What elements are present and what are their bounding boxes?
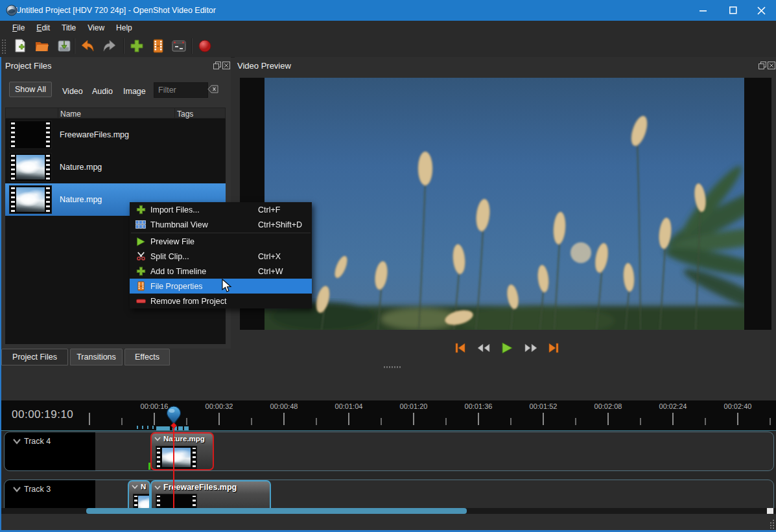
toolbar-separator [191,38,192,54]
ruler-label: 00:01:04 [329,402,368,410]
ruler-label: 00:00:32 [200,402,239,410]
menu-edit[interactable]: Edit [30,22,56,34]
context-menu-item-import-files[interactable]: Import Files...Ctrl+F [130,202,312,217]
close-panel-icon[interactable] [222,62,230,71]
context-menu-item-thumbnail-view[interactable]: Thumbnail ViewCtrl+Shift+D [130,217,312,232]
file-context-menu: Import Files...Ctrl+F Thumbnail ViewCtrl… [130,202,312,308]
choose-profile-button[interactable] [150,38,167,54]
ruler-label: 00:02:24 [653,402,692,410]
timeline-clip[interactable]: FreewareFiles.mpg [150,480,271,508]
main-toolbar [0,34,776,58]
new-project-button[interactable] [12,38,29,54]
export-video-button[interactable] [196,38,213,54]
chevron-down-icon[interactable] [12,437,21,446]
column-divider [58,108,58,118]
open-project-button[interactable] [34,38,51,54]
filter-video-tab[interactable]: Video [57,84,88,98]
filter-image-tab[interactable]: Image [118,84,151,98]
timeline-clip-partial[interactable]: N [128,480,150,508]
timeline-clip-selected[interactable]: Nature.mpg [150,432,214,470]
context-menu-item-preview-file[interactable]: Preview File [130,234,312,249]
file-thumbnail-film-icon [9,121,52,149]
ruler-label: 00:02:08 [589,402,628,410]
video-preview-panel-title: Video Preview [237,61,291,71]
clip-thumbnail-film-icon [156,446,197,469]
column-tags[interactable]: Tags [177,110,193,119]
context-menu-separator [131,233,311,233]
float-panel-icon[interactable] [213,62,221,71]
window-border [0,57,1,532]
close-panel-icon[interactable] [768,62,775,71]
plus-icon [135,266,147,277]
ruler-label: 00:02:40 [718,402,757,410]
ruler-clip-mark [147,426,148,429]
clip-audio-indicator [148,463,150,470]
jump-end-button[interactable] [548,343,559,355]
window-title: Untitled Project [HDV 720 24p] - OpenSho… [16,6,216,15]
tab-effects[interactable]: Effects [124,349,170,365]
file-name: Nature.mpg [60,163,102,172]
timeline-hscroll-thumb[interactable] [86,508,467,514]
menu-title[interactable]: Title [56,22,82,34]
project-files-panel-title: Project Files [5,61,52,71]
title-bar: Untitled Project [HDV 720 24p] - OpenSho… [0,0,776,21]
close-button[interactable] [746,0,776,21]
playhead-line [173,427,174,508]
track-row: Track 3 [4,480,774,508]
playhead-marker[interactable] [165,406,183,430]
menu-file[interactable]: File [6,22,30,34]
grid-icon [135,220,147,230]
menu-help[interactable]: Help [110,22,138,34]
timeline-ruler[interactable]: 00:00:19:10 00:00:16 00:00:32 00:00:48 0… [0,400,776,430]
tab-project-files[interactable]: Project Files [1,349,68,365]
maximize-button[interactable] [718,0,748,21]
filter-input[interactable] [154,82,208,98]
timeline-tracks-area[interactable]: Track 4 Track 3 N FreewareFiles.mpg Natu… [0,431,776,508]
film-strip-icon [135,281,147,292]
filter-show-all-tab[interactable]: Show All [9,82,52,97]
ruler-label: 00:00:48 [265,402,303,410]
context-menu-item-file-properties[interactable]: File Properties [130,279,312,294]
status-bar [0,514,776,531]
import-files-button[interactable] [128,38,145,54]
file-row[interactable]: FreewareFiles.mpg [5,119,226,151]
file-list-header: Name Tags [5,108,226,119]
window-resize-grip[interactable] [767,518,775,529]
context-menu-item-add-to-timeline[interactable]: Add to TimelineCtrl+W [130,264,312,279]
ruler-clip-mark [152,426,154,429]
fast-forward-button[interactable] [524,343,537,354]
save-project-button[interactable] [56,38,73,54]
rewind-button[interactable] [477,343,490,354]
redo-button[interactable] [101,38,118,54]
column-name[interactable]: Name [60,110,81,119]
mouse-cursor [222,279,232,293]
fullscreen-button[interactable] [170,38,187,54]
ruler-clip-mark [142,426,143,429]
plus-icon [135,205,147,215]
menu-bar: File Edit Title View Help [0,21,776,34]
clear-filter-icon[interactable] [207,85,218,95]
play-icon [135,237,147,247]
tab-transitions[interactable]: Transitions [70,349,123,365]
ruler-clip-mark [137,426,138,429]
context-menu-item-split-clip[interactable]: Split Clip...Ctrl+X [130,249,312,264]
clip-label: N [141,483,146,491]
panel-splitter-handle[interactable] [384,366,401,368]
track-row: Track 4 [4,432,774,471]
current-timecode: 00:00:19:10 [12,408,73,421]
filter-audio-tab[interactable]: Audio [87,84,118,98]
scrollbar-corner [767,508,773,514]
minimize-button[interactable] [688,0,718,21]
undo-button[interactable] [79,38,96,54]
float-panel-icon[interactable] [758,62,766,71]
toolbar-drag-handle[interactable] [2,38,6,54]
file-row[interactable]: Nature.mpg [5,151,226,183]
file-thumbnail-film-icon [9,185,52,214]
jump-start-button[interactable] [455,343,465,355]
menu-view[interactable]: View [82,22,110,34]
track-name: Track 4 [24,437,51,446]
play-button[interactable] [501,342,513,356]
chevron-down-icon[interactable] [12,485,21,494]
video-stage [240,78,771,330]
context-menu-item-remove-from-project[interactable]: Remove from Project [130,294,312,308]
